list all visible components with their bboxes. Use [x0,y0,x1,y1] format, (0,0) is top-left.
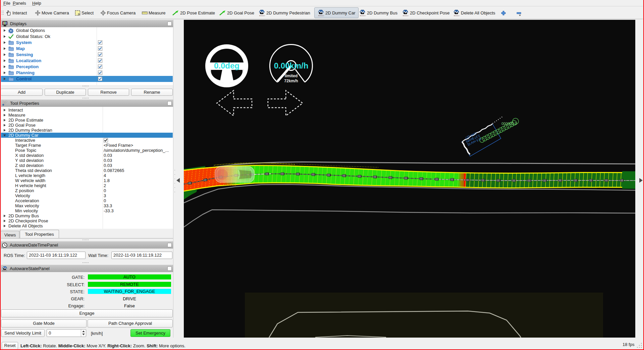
svg-text:limited: limited [285,74,298,78]
svg-text:0.00km/h: 0.00km/h [274,61,309,70]
svg-text:Autoware: Autoware [403,15,409,16]
svg-text:Autoware: Autoware [318,15,324,16]
svg-text:Autoware: Autoware [2,270,7,271]
svg-text:Autoware: Autoware [259,15,265,16]
svg-text:1.000000: 1.000000 [501,122,517,126]
svg-text:0.0deg: 0.0deg [214,61,239,70]
svg-text:Autoware: Autoware [454,15,460,16]
svg-text:Autoware: Autoware [360,15,366,16]
svg-text:72km/h: 72km/h [284,79,298,83]
